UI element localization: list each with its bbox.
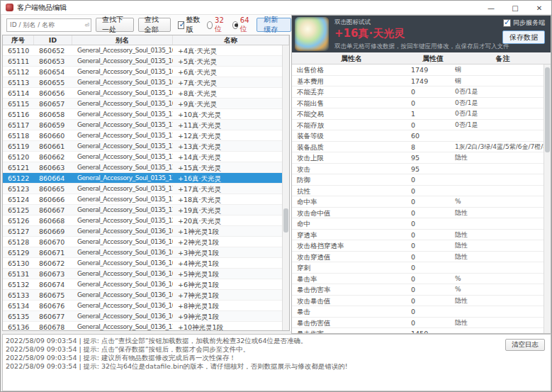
cell-pvalue: 0	[411, 218, 455, 229]
property-row[interactable]: 抗性0	[292, 186, 544, 197]
cell-premark: 铜	[455, 76, 544, 86]
property-table-scrollbar[interactable]	[543, 65, 551, 333]
minimize-button[interactable]: —	[479, 1, 503, 15]
scrollbar-thumb[interactable]	[283, 208, 288, 233]
property-row[interactable]: 暴击伤害值0隐性	[292, 318, 544, 329]
table-row[interactable]: 65121860663General_Accessory_Soul_0135_1…	[3, 162, 283, 173]
clear-log-button[interactable]: 清空日志	[505, 339, 545, 351]
table-row[interactable]: 65128860670General_Accessory_Soul_0136_1…	[3, 237, 283, 247]
property-row[interactable]: 攻击暴击值0隐性	[292, 296, 544, 307]
table-row[interactable]: 65112860654General_Accessory_Soul_0135_1…	[3, 67, 283, 77]
table-row[interactable]: 65127860669General_Accessory_Soul_0136_1…	[3, 226, 283, 237]
table-row[interactable]: 65118860660General_Accessory_Soul_0135_1…	[3, 130, 283, 141]
radio-32bit[interactable]: 32位	[207, 16, 226, 34]
table-row[interactable]: 65115860657General_Accessory_Soul_0135_1…	[3, 99, 283, 109]
table-row[interactable]: 65135860677General_Accessory_Soul_0136_1…	[3, 311, 283, 322]
table-row[interactable]: 65132860674General_Accessory_Soul_0136_1…	[3, 279, 283, 290]
item-table-scrollbar[interactable]	[282, 45, 289, 330]
cell-pname: 暴击	[292, 306, 411, 317]
window-controls: — □ ✕	[479, 1, 551, 15]
search-input[interactable]	[7, 21, 91, 28]
cell-alias: General_Accessory_Soul_0135_106	[72, 67, 173, 77]
col-header-seq[interactable]: 序号	[3, 35, 34, 45]
col-header-id[interactable]: ID	[34, 35, 72, 45]
cell-name: +9真·天光灵	[173, 99, 283, 108]
cell-seq: 65121	[3, 162, 34, 172]
table-row[interactable]: 65116860658General_Accessory_Soul_0135_1…	[3, 109, 283, 120]
integer-checkbox[interactable]: 整数版	[178, 15, 200, 35]
close-button[interactable]: ✕	[527, 1, 551, 15]
item-table: 序号 ID 别名 名称 65110860652General_Accessory…	[2, 35, 290, 331]
table-row[interactable]: 65114860656General_Accessory_Soul_0135_1…	[3, 88, 283, 99]
property-row[interactable]: 攻击上限95隐性	[292, 152, 544, 164]
col-header-prop-value[interactable]: 属性值	[411, 52, 455, 65]
property-row[interactable]: 暴击率0%	[292, 274, 544, 285]
property-row[interactable]: 暴击0	[292, 306, 544, 318]
property-row[interactable]: 不能出售00否/1是	[292, 98, 544, 109]
table-row[interactable]: 65125860667General_Accessory_Soul_0135_1…	[3, 205, 283, 215]
property-row[interactable]: 装备等级60	[292, 130, 544, 142]
cell-seq: 65131	[3, 269, 34, 279]
cell-seq: 65130	[3, 258, 34, 268]
refresh-cache-button[interactable]: 刷新缓存	[257, 18, 291, 32]
property-row[interactable]: 不能交易10否/1是	[292, 108, 544, 120]
table-row[interactable]: 65129860671General_Accessory_Soul_0136_1…	[3, 247, 283, 258]
property-row[interactable]: 基本费用1749铜	[292, 76, 544, 87]
left-panel: ⏎ 查找下一处 查找全部 整数版 32位 64位 刷新缓存 序号 ID 别名	[2, 15, 291, 331]
find-next-button[interactable]: 查找下一处	[96, 18, 134, 32]
sync-server-checkbox[interactable]: 同步服务端	[503, 18, 545, 28]
find-all-button[interactable]: 查找全部	[138, 18, 171, 32]
maximize-button[interactable]: □	[503, 1, 527, 15]
table-row[interactable]: 65130860672General_Accessory_Soul_0136_1…	[3, 258, 283, 269]
table-row[interactable]: 65131860673General_Accessory_Soul_0136_1…	[3, 269, 283, 279]
property-row[interactable]: 攻击格挡穿透率0隐性	[292, 240, 544, 252]
property-row[interactable]: 暴击伤害率0%	[292, 284, 544, 296]
item-icon[interactable]	[295, 17, 329, 51]
table-row[interactable]: 65123860665General_Accessory_Soul_0135_1…	[3, 184, 283, 194]
cell-premark: 0否/1是	[455, 120, 544, 130]
cell-pvalue: 0	[411, 98, 455, 108]
scrollbar-thumb[interactable]	[545, 67, 550, 152]
cell-alias: General_Accessory_Soul_0135_120	[72, 215, 173, 225]
property-row[interactable]: 穿刺0	[292, 262, 544, 274]
table-row[interactable]: 65133860675General_Accessory_Soul_0136_1…	[3, 290, 283, 301]
property-row[interactable]: 不能丢弃00否/1是	[292, 86, 544, 98]
table-row[interactable]: 65120860662General_Accessory_Soul_0135_1…	[3, 152, 283, 162]
table-row[interactable]: 65136860678General_Accessory_Soul_0136_1…	[3, 322, 283, 330]
cell-premark	[455, 130, 544, 141]
property-row[interactable]: 不能存放00否/1是	[292, 120, 544, 131]
combo-arrow-icon[interactable]: ⏎	[84, 22, 89, 28]
property-row[interactable]: 防御0	[292, 174, 544, 186]
property-row[interactable]: 命中0	[292, 218, 544, 230]
cell-pvalue: 95	[411, 164, 455, 174]
window-title: 客户端物品编辑	[17, 3, 67, 13]
property-row[interactable]: 装备品质81灰/2白/3绿/4蓝/5紫/6金/7橙/8红	[292, 142, 544, 153]
table-row[interactable]: 65134860676General_Accessory_Soul_0136_1…	[3, 301, 283, 311]
property-row[interactable]: 攻击95	[292, 164, 544, 175]
col-header-name[interactable]: 名称	[173, 35, 289, 45]
table-row[interactable]: 65110860652General_Accessory_Soul_0135_1…	[3, 45, 283, 56]
property-row[interactable]: 命中率0%	[292, 196, 544, 208]
radio-64bit[interactable]: 64位	[232, 16, 252, 34]
save-data-button[interactable]: 保存数据	[502, 30, 545, 44]
cell-premark: 0否/1是	[455, 98, 544, 108]
table-row[interactable]: 65119860661General_Accessory_Soul_0135_1…	[3, 141, 283, 152]
property-row[interactable]: 暴击伤害1450	[292, 328, 544, 333]
table-row[interactable]: 65126860668General_Accessory_Soul_0135_1…	[3, 215, 283, 226]
table-row[interactable]: 65122860664General_Accessory_Soul_0135_1…	[3, 173, 283, 184]
property-row[interactable]: 攻击穿透值0隐性	[292, 252, 544, 263]
col-header-prop-remark[interactable]: 备注	[455, 52, 551, 65]
property-row[interactable]: 穿透率0隐性	[292, 230, 544, 241]
cell-alias: General_Accessory_Soul_0135_118	[72, 194, 173, 204]
table-row[interactable]: 65111860653General_Accessory_Soul_0135_1…	[3, 56, 283, 67]
table-row[interactable]: 65117860659General_Accessory_Soul_0135_1…	[3, 120, 283, 130]
table-row[interactable]: 65124860666General_Accessory_Soul_0135_1…	[3, 194, 283, 205]
property-row[interactable]: 攻击命中值0隐性	[292, 208, 544, 219]
col-header-prop-name[interactable]: 属性名	[292, 52, 411, 65]
cell-pvalue: 0	[411, 208, 455, 218]
table-row[interactable]: 65113860655General_Accessory_Soul_0135_1…	[3, 77, 283, 88]
cell-premark: 隐性	[455, 240, 544, 251]
property-row[interactable]: 出售价格1749铜	[292, 65, 544, 76]
cell-premark: 隐性	[455, 208, 544, 218]
col-header-alias[interactable]: 别名	[72, 35, 173, 45]
